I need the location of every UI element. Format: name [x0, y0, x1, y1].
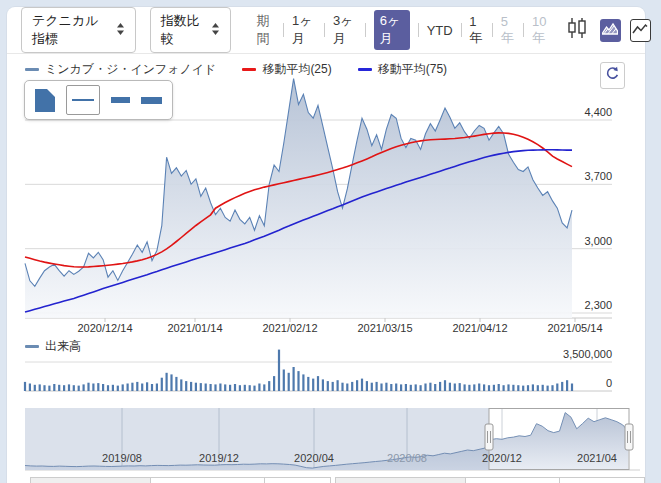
volume-bar	[180, 379, 182, 391]
volume-bar	[297, 371, 299, 391]
volume-bar	[420, 385, 422, 391]
table-fragment	[335, 477, 645, 483]
table-cell	[265, 478, 330, 483]
volume-bar	[361, 379, 363, 391]
volume-bar	[424, 384, 426, 392]
volume-bar	[551, 385, 553, 391]
volume-bar	[454, 384, 456, 392]
volume-bar	[376, 382, 378, 391]
volume-bar	[234, 384, 236, 391]
volume-bar	[488, 385, 490, 391]
volume-bar	[258, 384, 260, 392]
volume-bar	[356, 380, 358, 391]
volume-bar	[561, 382, 563, 391]
area-style-icon[interactable]	[35, 89, 55, 112]
volume-bar	[244, 385, 246, 391]
volume-bar	[263, 384, 265, 391]
line-style-medium[interactable]	[111, 97, 130, 103]
volume-bar	[351, 382, 353, 391]
volume-bar	[83, 384, 85, 391]
volume-bar	[273, 376, 275, 391]
volume-bar	[102, 384, 104, 391]
volume-bar	[547, 386, 549, 391]
volume-bar	[288, 373, 290, 391]
volume-bar	[58, 385, 60, 391]
table-cell	[466, 478, 560, 483]
volume-bar	[175, 377, 177, 391]
volume-bar	[307, 377, 309, 391]
volume-bar	[498, 384, 500, 391]
volume-bar	[493, 385, 495, 391]
volume-bar	[29, 384, 31, 392]
volume-bar	[151, 384, 153, 391]
volume-bar	[566, 380, 568, 391]
volume-bar	[503, 385, 505, 391]
volume-bar	[195, 383, 197, 391]
volume-bar	[219, 384, 221, 392]
volume-bar	[434, 384, 436, 391]
volume-bar	[478, 384, 480, 392]
volume-bar	[410, 385, 412, 391]
volume-bar	[312, 379, 314, 391]
volume-bar	[161, 378, 163, 391]
volume-bar	[395, 384, 397, 392]
stock-chart-canvas[interactable]	[0, 0, 661, 483]
table-cell	[151, 478, 265, 483]
navigator-handle[interactable]	[625, 424, 633, 450]
volume-bar	[542, 385, 544, 391]
volume-bar	[53, 384, 55, 391]
volume-bar	[302, 374, 304, 391]
navigator-handle[interactable]	[485, 424, 493, 450]
volume-bar	[253, 386, 255, 391]
volume-bar	[92, 384, 94, 392]
volume-bar	[532, 384, 534, 391]
volume-bar	[166, 373, 168, 391]
navigator-mask[interactable]	[25, 408, 489, 470]
volume-bar	[405, 384, 407, 391]
volume-bar	[131, 383, 133, 391]
volume-bar	[239, 385, 241, 391]
line-style-thin-selected[interactable]	[66, 85, 100, 115]
table-cell	[336, 478, 466, 483]
thin-line-icon	[72, 99, 94, 101]
volume-bar	[415, 384, 417, 391]
volume-bar	[156, 384, 158, 392]
volume-bar	[517, 385, 519, 391]
volume-bar	[48, 386, 50, 391]
line-style-picker	[24, 80, 173, 120]
volume-bar	[107, 385, 109, 391]
volume-bar	[322, 379, 324, 391]
volume-bar	[464, 384, 466, 391]
volume-bar	[68, 384, 70, 391]
volume-bar	[146, 382, 148, 391]
volume-bar	[268, 381, 270, 391]
table-cell	[560, 478, 644, 483]
volume-bar	[400, 384, 402, 391]
stock-chart-page: 4,400 3,700 3,000 2,300 2020/12/14 2021/…	[0, 0, 661, 483]
volume-bar	[39, 384, 41, 391]
volume-bar	[141, 384, 143, 392]
volume-bar	[317, 376, 319, 391]
volume-bar	[332, 382, 334, 391]
table-fragment	[30, 477, 331, 483]
volume-bar	[571, 384, 573, 392]
volume-bar	[341, 383, 343, 391]
volume-bar	[346, 384, 348, 392]
volume-bar	[34, 385, 36, 391]
volume-bar	[127, 384, 129, 392]
volume-bar	[366, 381, 368, 391]
volume-bar	[459, 383, 461, 391]
volume-bar	[537, 385, 539, 391]
volume-bar	[473, 384, 475, 391]
volume-bar	[512, 385, 514, 391]
volume-bar	[87, 383, 89, 391]
volume-bar	[43, 385, 45, 391]
volume-bar	[527, 385, 529, 391]
volume-bar	[24, 382, 26, 391]
volume-bar	[229, 385, 231, 391]
volume-bar	[214, 384, 216, 391]
volume-bar	[117, 386, 119, 391]
line-style-thick[interactable]	[141, 97, 162, 104]
volume-bar	[200, 383, 202, 391]
volume-bar	[468, 385, 470, 391]
